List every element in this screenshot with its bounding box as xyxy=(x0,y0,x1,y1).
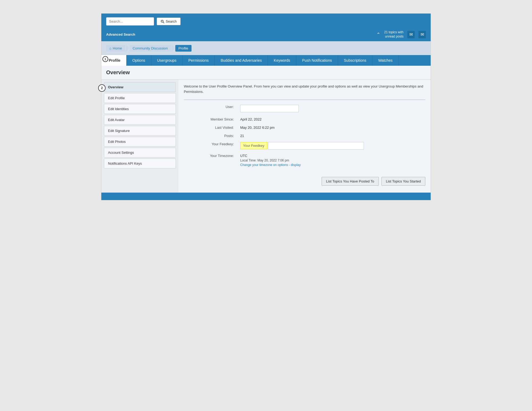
feedkey-value-box xyxy=(268,142,364,150)
separator xyxy=(184,99,425,100)
sidebar-item-notifications-api[interactable]: Notifications API Keys xyxy=(104,159,176,168)
bottom-bar xyxy=(101,193,431,200)
sidebar-item-edit-avatar[interactable]: Edit Avatar xyxy=(104,115,176,125)
tab-buddies[interactable]: Buddies and Adversaries xyxy=(215,55,268,66)
tab-subscriptions[interactable]: Subscriptions xyxy=(338,55,372,66)
local-time-label: Local Time: xyxy=(240,159,257,162)
feedkey-value-cell: Your Feedkey xyxy=(237,140,425,152)
tab-permissions[interactable]: Permissions xyxy=(182,55,215,66)
last-visited-value: May 20, 2022 6:22 pm xyxy=(237,123,425,132)
sidebar-item-edit-signature[interactable]: Edit Signature xyxy=(104,126,176,136)
posts-row: Posts: 21 xyxy=(184,132,425,140)
timezone-label: Your Timezone: xyxy=(184,152,237,169)
messages-icon[interactable]: ✉ xyxy=(407,31,415,38)
tab-options-label: Options xyxy=(132,58,145,63)
sidebar-badge: 2 xyxy=(98,84,106,92)
overview-heading: Overview xyxy=(101,66,431,80)
tab-bar: 1 Profile Options Usergroups Permissions… xyxy=(101,55,431,66)
sidebar-item-overview[interactable]: Overview xyxy=(104,82,176,92)
change-timezone-text[interactable]: Change your timezone on options - displa… xyxy=(240,163,422,167)
user-value-box xyxy=(240,105,299,112)
tab-usergroups[interactable]: Usergroups xyxy=(151,55,182,66)
timezone-row: Your Timezone: UTC Local Time: May 20, 2… xyxy=(184,152,425,169)
tab-profile[interactable]: 1 Profile xyxy=(101,55,127,66)
local-time-value: May 20, 2022 7:06 pm xyxy=(257,159,289,162)
unread-line2: unread posts xyxy=(384,35,404,39)
tab-watches-label: Watches xyxy=(378,58,393,63)
breadcrumb-home-label: Home xyxy=(113,46,122,50)
content-area: 2 Overview Edit Profile Edit Identities … xyxy=(101,80,431,193)
breadcrumb-arrow-1 xyxy=(126,44,129,52)
sidebar-edit-photos-label: Edit Photos xyxy=(108,140,126,144)
top-right-icons: ⌃ 21 topics with unread posts ✉ ✉ xyxy=(376,30,426,39)
feedkey-text: Your Feedkey xyxy=(240,142,267,149)
feedkey-label: Your Feedkey: xyxy=(184,140,237,152)
tab-profile-label: Profile xyxy=(109,58,120,63)
breadcrumb-profile[interactable]: Profile xyxy=(175,45,192,52)
sidebar-edit-identities-label: Edit Identities xyxy=(108,107,129,111)
sidebar-item-edit-photos[interactable]: Edit Photos xyxy=(104,137,176,147)
user-label: User: xyxy=(184,103,237,115)
timezone-value-cell: UTC Local Time: May 20, 2022 7:06 pm Cha… xyxy=(237,152,425,169)
user-value-cell xyxy=(237,103,425,115)
search-icon xyxy=(161,20,164,23)
advanced-search-link[interactable]: Advanced Search xyxy=(106,32,135,36)
feedkey-row: Your Feedkey: Your Feedkey xyxy=(184,140,425,152)
tab-push-notifications[interactable]: Push Notifications xyxy=(296,55,338,66)
search-button[interactable]: Search xyxy=(157,18,181,25)
member-since-label: Member Since: xyxy=(184,115,237,123)
sidebar-item-edit-profile[interactable]: Edit Profile xyxy=(104,93,176,103)
posts-label: Posts: xyxy=(184,132,237,140)
timezone-value: UTC xyxy=(240,154,422,158)
breadcrumb-arrow-2 xyxy=(172,44,175,52)
tab-profile-badge: 1 xyxy=(102,56,108,62)
tab-push-notifications-label: Push Notifications xyxy=(302,58,332,63)
sidebar-account-settings-label: Account Settings xyxy=(108,151,134,155)
notifications-icon[interactable]: ✉ xyxy=(418,31,426,38)
main-container: Search Advanced Search ⌃ 21 topics with … xyxy=(101,13,431,200)
breadcrumb-profile-label: Profile xyxy=(178,46,188,50)
breadcrumb-community[interactable]: Community Discussion xyxy=(130,45,171,52)
overview-title: Overview xyxy=(106,69,130,75)
tab-watches[interactable]: Watches xyxy=(372,55,399,66)
breadcrumb: ⌂ Home Community Discussion Profile xyxy=(101,41,431,55)
search-input[interactable] xyxy=(106,17,154,26)
list-topics-started-button[interactable]: List Topics You Started xyxy=(381,177,425,186)
user-row: User: xyxy=(184,103,425,115)
member-since-row: Member Since: April 22, 2022 xyxy=(184,115,425,123)
main-content: Welcome to the User Profile Overview Pan… xyxy=(178,80,431,193)
tab-keywords[interactable]: Keywords xyxy=(268,55,296,66)
sidebar-item-edit-identities[interactable]: Edit Identities xyxy=(104,104,176,114)
sidebar-overview-label: Overview xyxy=(108,85,123,89)
home-icon: ⌂ xyxy=(109,46,111,50)
search-button-label: Search xyxy=(166,19,177,23)
svg-point-0 xyxy=(161,20,163,22)
tab-options[interactable]: Options xyxy=(127,55,151,66)
tab-subscriptions-label: Subscriptions xyxy=(344,58,366,63)
breadcrumb-home[interactable]: ⌂ Home xyxy=(106,45,125,52)
local-time-info: Local Time: May 20, 2022 7:06 pm xyxy=(240,159,422,162)
page-wrapper: Search Advanced Search ⌃ 21 topics with … xyxy=(0,0,532,216)
last-visited-label: Last Visited: xyxy=(184,123,237,132)
posts-value: 21 xyxy=(237,132,425,140)
search-bar: Search xyxy=(101,14,431,29)
list-topics-posted-button[interactable]: List Topics You Have Posted To xyxy=(322,177,379,186)
sidebar-item-account-settings[interactable]: Account Settings xyxy=(104,148,176,157)
tab-buddies-label: Buddies and Adversaries xyxy=(221,58,262,63)
profile-info-table: User: Member Since: April 22, 2022 Last … xyxy=(184,103,425,169)
advanced-search-row: Advanced Search ⌃ 21 topics with unread … xyxy=(101,29,431,41)
sidebar-edit-avatar-label: Edit Avatar xyxy=(108,118,125,122)
sidebar-edit-profile-label: Edit Profile xyxy=(108,96,125,100)
sidebar-notifications-api-label: Notifications API Keys xyxy=(108,161,142,165)
tab-usergroups-label: Usergroups xyxy=(157,58,176,63)
tab-keywords-label: Keywords xyxy=(274,58,290,63)
unread-info: 21 topics with unread posts xyxy=(384,30,404,39)
breadcrumb-community-label: Community Discussion xyxy=(133,46,168,50)
tab-permissions-label: Permissions xyxy=(188,58,209,63)
last-visited-row: Last Visited: May 20, 2022 6:22 pm xyxy=(184,123,425,132)
member-since-value: April 22, 2022 xyxy=(237,115,425,123)
sidebar-edit-signature-label: Edit Signature xyxy=(108,129,130,133)
chevron-up-icon[interactable]: ⌃ xyxy=(376,32,380,38)
welcome-text: Welcome to the User Profile Overview Pan… xyxy=(184,84,425,94)
svg-line-1 xyxy=(163,22,164,23)
